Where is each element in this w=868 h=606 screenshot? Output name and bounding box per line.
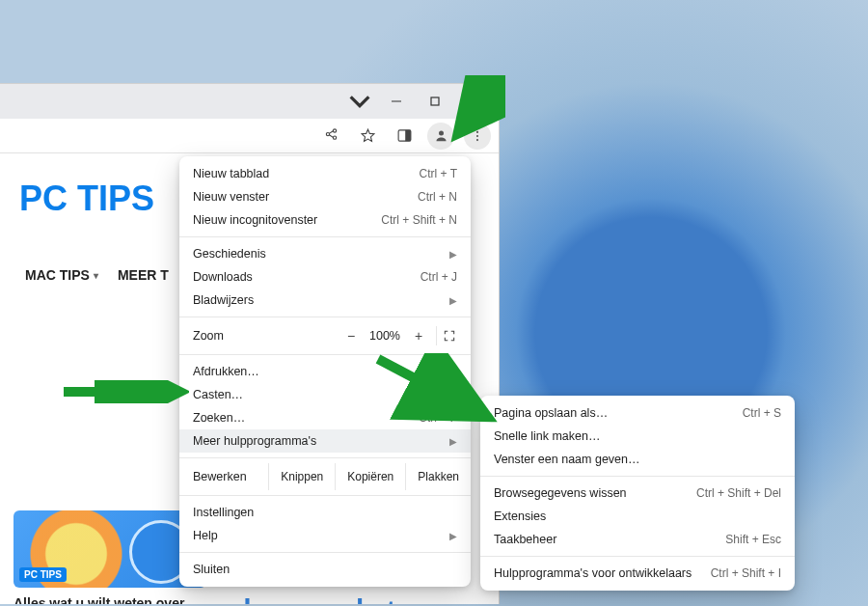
submenu-task-manager[interactable]: TaakbeheerShift + Esc — [480, 528, 795, 551]
hero-line2: de snelste — [228, 593, 420, 604]
menu-exit[interactable]: Sluiten — [179, 558, 471, 581]
edit-label: Bewerken — [193, 470, 268, 483]
menu-separator — [179, 317, 471, 317]
menu-separator — [480, 556, 795, 557]
svg-point-4 — [333, 129, 336, 132]
nav-meer[interactable]: MEER T — [118, 267, 169, 283]
svg-point-11 — [476, 134, 478, 136]
profile-avatar-icon[interactable] — [427, 123, 454, 150]
zoom-out-button[interactable]: − — [338, 328, 365, 344]
submenu-arrow-icon: ▶ — [449, 436, 457, 447]
bookmark-star-icon[interactable] — [354, 123, 381, 150]
menu-incognito[interactable]: Nieuw incognitovensterCtrl + Shift + N — [179, 208, 471, 232]
menu-separator — [480, 476, 795, 477]
article-card[interactable]: PC TIPS Alles wat u wilt weten over Wind… — [14, 510, 206, 604]
submenu-arrow-icon: ▶ — [449, 249, 457, 260]
menu-new-window[interactable]: Nieuw vensterCtrl + N — [179, 185, 471, 208]
minimize-button[interactable] — [377, 88, 416, 115]
svg-rect-1 — [431, 97, 439, 105]
submenu-arrow-icon: ▶ — [449, 531, 457, 541]
menu-help[interactable]: Help▶ — [179, 524, 471, 547]
submenu-developer-tools[interactable]: Hulpprogramma's voor ontwikkelaarsCtrl +… — [480, 562, 795, 585]
chrome-main-menu: Nieuw tabbladCtrl + T Nieuw vensterCtrl … — [179, 156, 471, 587]
nav-label: MAC TIPS — [25, 267, 90, 283]
menu-settings[interactable]: Instellingen — [179, 501, 471, 524]
zoom-label: Zoom — [193, 329, 338, 343]
menu-cast[interactable]: Casten… — [179, 383, 471, 406]
svg-rect-8 — [405, 130, 411, 141]
submenu-create-shortcut[interactable]: Snelle link maken… — [480, 425, 795, 448]
share-icon[interactable] — [317, 123, 344, 150]
browser-toolbar — [0, 119, 499, 153]
tab-search-button[interactable] — [346, 88, 373, 115]
svg-point-6 — [326, 132, 329, 135]
menu-more-tools[interactable]: Meer hulpprogramma's▶ — [179, 429, 471, 453]
chevron-down-icon: ▾ — [94, 270, 98, 281]
menu-separator — [179, 495, 471, 496]
menu-zoom-row: Zoom − 100% + — [179, 322, 471, 349]
menu-downloads[interactable]: DownloadsCtrl + J — [179, 265, 471, 289]
submenu-arrow-icon: ▶ — [449, 295, 457, 306]
menu-bookmarks[interactable]: Bladwijzers▶ — [179, 289, 471, 312]
menu-find[interactable]: Zoeken…Ctrl + F — [179, 406, 471, 429]
menu-separator — [179, 457, 471, 458]
titlebar — [0, 84, 499, 119]
menu-history[interactable]: Geschiedenis▶ — [179, 242, 471, 265]
svg-point-9 — [439, 131, 444, 136]
menu-new-tab[interactable]: Nieuw tabbladCtrl + T — [179, 162, 471, 185]
edit-copy-button[interactable]: Kopiëren — [335, 463, 405, 490]
svg-point-5 — [333, 136, 336, 139]
svg-point-10 — [476, 130, 478, 132]
sidepanel-icon[interactable] — [391, 123, 418, 150]
menu-separator — [179, 236, 471, 237]
submenu-extensions[interactable]: Extensies — [480, 505, 795, 528]
close-button[interactable] — [454, 88, 493, 115]
article-title: Alles wat u wilt weten over Windows Defe… — [14, 595, 206, 604]
nav-mac-tips[interactable]: MAC TIPS▾ — [25, 267, 98, 283]
svg-point-12 — [476, 139, 478, 141]
menu-separator — [179, 354, 471, 355]
submenu-clear-browsing-data[interactable]: Browsegegevens wissenCtrl + Shift + Del — [480, 482, 795, 505]
edit-cut-button[interactable]: Knippen — [268, 463, 335, 490]
maximize-button[interactable] — [416, 88, 454, 115]
menu-separator — [179, 552, 471, 553]
menu-edit-row: Bewerken Knippen Kopiëren Plakken — [179, 463, 471, 490]
kebab-menu-button[interactable] — [464, 123, 491, 150]
more-tools-submenu: Pagina opslaan als…Ctrl + S Snelle link … — [480, 396, 795, 591]
zoom-value: 100% — [365, 329, 405, 343]
nav-label: MEER T — [118, 267, 169, 283]
card-badge: PC TIPS — [19, 567, 67, 582]
zoom-in-button[interactable]: + — [405, 328, 432, 344]
submenu-save-page-as[interactable]: Pagina opslaan als…Ctrl + S — [480, 401, 795, 425]
submenu-name-window[interactable]: Venster een naam geven… — [480, 448, 795, 471]
fullscreen-button[interactable] — [436, 326, 461, 345]
edit-paste-button[interactable]: Plakken — [405, 463, 471, 490]
menu-print[interactable]: Afdrukken…Ctrl + P — [179, 360, 471, 383]
article-thumbnail: PC TIPS — [14, 510, 206, 588]
